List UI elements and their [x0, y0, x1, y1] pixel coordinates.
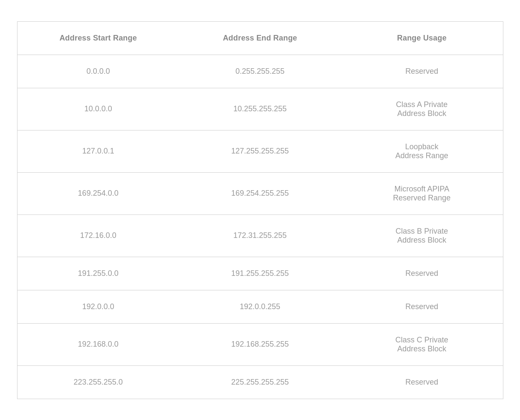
table-row: 192.0.0.0192.0.0.255Reserved: [17, 290, 503, 323]
cell-range-usage: Reserved: [341, 257, 503, 290]
table-row: 191.255.0.0191.255.255.255Reserved: [17, 257, 503, 290]
cell-range-usage: Class B PrivateAddress Block: [341, 214, 503, 257]
cell-start-range: 0.0.0.0: [17, 55, 179, 88]
ip-range-table: Address Start Range Address End Range Ra…: [17, 22, 503, 399]
cell-start-range: 192.0.0.0: [17, 290, 179, 323]
cell-start-range: 10.0.0.0: [17, 88, 179, 130]
cell-start-range: 127.0.0.1: [17, 130, 179, 172]
table-row: 0.0.0.00.255.255.255Reserved: [17, 55, 503, 88]
table-row: 172.16.0.0172.31.255.255Class B PrivateA…: [17, 214, 503, 257]
table-row: 10.0.0.010.255.255.255Class A PrivateAdd…: [17, 88, 503, 130]
table-row: 223.255.255.0225.255.255.255Reserved: [17, 365, 503, 399]
cell-range-usage: Class C PrivateAddress Block: [341, 323, 503, 365]
cell-start-range: 191.255.0.0: [17, 257, 179, 290]
cell-start-range: 172.16.0.0: [17, 214, 179, 257]
cell-end-range: 225.255.255.255: [179, 365, 341, 399]
header-range-usage: Range Usage: [341, 22, 503, 55]
cell-start-range: 169.254.0.0: [17, 172, 179, 214]
cell-end-range: 172.31.255.255: [179, 214, 341, 257]
cell-end-range: 0.255.255.255: [179, 55, 341, 88]
cell-end-range: 169.254.255.255: [179, 172, 341, 214]
cell-end-range: 10.255.255.255: [179, 88, 341, 130]
cell-start-range: 192.168.0.0: [17, 323, 179, 365]
table-row: 192.168.0.0192.168.255.255Class C Privat…: [17, 323, 503, 365]
cell-range-usage: Reserved: [341, 55, 503, 88]
table-row: 127.0.0.1127.255.255.255LoopbackAddress …: [17, 130, 503, 172]
cell-end-range: 192.0.0.255: [179, 290, 341, 323]
cell-end-range: 191.255.255.255: [179, 257, 341, 290]
ip-range-table-wrapper: Address Start Range Address End Range Ra…: [17, 21, 503, 399]
cell-start-range: 223.255.255.0: [17, 365, 179, 399]
header-start-range: Address Start Range: [17, 22, 179, 55]
header-end-range: Address End Range: [179, 22, 341, 55]
cell-end-range: 127.255.255.255: [179, 130, 341, 172]
cell-range-usage: Microsoft APIPAReserved Range: [341, 172, 503, 214]
cell-range-usage: Reserved: [341, 290, 503, 323]
table-row: 169.254.0.0169.254.255.255Microsoft APIP…: [17, 172, 503, 214]
cell-end-range: 192.168.255.255: [179, 323, 341, 365]
cell-range-usage: Reserved: [341, 365, 503, 399]
cell-range-usage: Class A PrivateAddress Block: [341, 88, 503, 130]
cell-range-usage: LoopbackAddress Range: [341, 130, 503, 172]
table-header-row: Address Start Range Address End Range Ra…: [17, 22, 503, 55]
